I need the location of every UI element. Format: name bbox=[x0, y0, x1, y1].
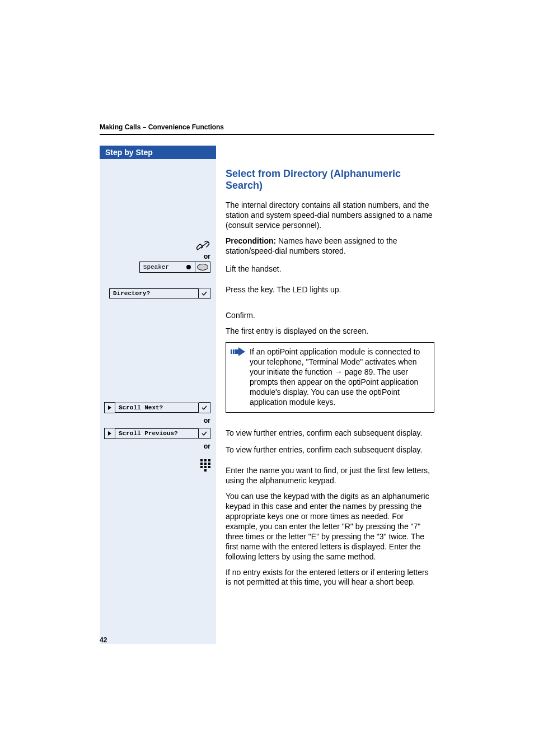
svg-rect-7 bbox=[200, 466, 203, 468]
svg-rect-12 bbox=[233, 349, 235, 354]
svg-rect-6 bbox=[208, 463, 210, 465]
sidebar-title: Step by Step bbox=[105, 148, 153, 157]
nav-next-icon bbox=[104, 402, 115, 413]
view-prev-text: To view further entries, confirm each su… bbox=[226, 445, 434, 455]
directory-prompt: Directory? bbox=[109, 288, 210, 299]
section-title: Making Calls – Convenience Functions bbox=[100, 123, 434, 132]
scroll-next-text: Scroll Next? bbox=[115, 403, 199, 413]
or-label-3: or bbox=[204, 442, 210, 450]
svg-point-0 bbox=[186, 265, 191, 269]
or-label-2: or bbox=[204, 417, 210, 424]
confirm-check-icon-3 bbox=[199, 428, 210, 439]
confirm-check-icon-2 bbox=[199, 402, 210, 413]
note-text: If an optiPoint application module is co… bbox=[250, 347, 420, 407]
sidebar-header: Step by Step bbox=[100, 146, 216, 159]
speaker-key: Speaker bbox=[139, 262, 210, 273]
keypad-icon bbox=[200, 459, 210, 472]
svg-rect-2 bbox=[204, 459, 207, 461]
or-label-1: or bbox=[204, 253, 210, 260]
precondition-paragraph: Precondition: Names have been assigned t… bbox=[226, 236, 434, 256]
heading: Select from Directory (Alphanumeric Sear… bbox=[226, 168, 434, 192]
enter-name-text: Enter the name you want to find, or just… bbox=[226, 466, 434, 486]
svg-rect-5 bbox=[204, 463, 207, 465]
first-entry-text: The first entry is displayed on the scre… bbox=[226, 326, 434, 337]
led-indicator-icon bbox=[186, 264, 195, 270]
confirm-check-icon bbox=[199, 288, 210, 299]
note-arrow-icon bbox=[231, 347, 245, 359]
svg-rect-8 bbox=[204, 466, 207, 468]
handset-icon bbox=[196, 240, 210, 253]
header-rule bbox=[100, 134, 434, 135]
precondition-label: Precondition: bbox=[226, 236, 276, 245]
svg-rect-4 bbox=[200, 463, 203, 465]
svg-rect-11 bbox=[231, 349, 232, 354]
page-header: Making Calls – Convenience Functions bbox=[100, 123, 434, 135]
key-button-icon bbox=[195, 262, 210, 272]
intro-paragraph: The internal directory contains all stat… bbox=[226, 200, 434, 231]
main-content: Select from Directory (Alphanumeric Sear… bbox=[226, 168, 434, 593]
svg-rect-1 bbox=[200, 459, 203, 461]
directory-prompt-text: Directory? bbox=[109, 288, 199, 298]
svg-rect-9 bbox=[208, 466, 210, 468]
lift-handset-text: Lift the handset. bbox=[226, 264, 434, 274]
press-key-text: Press the key. The LED lights up. bbox=[226, 285, 434, 295]
view-next-text: To view further entries, confirm each su… bbox=[226, 428, 434, 438]
page-number: 42 bbox=[100, 636, 107, 644]
svg-rect-10 bbox=[204, 469, 207, 472]
no-entry-text: If no entry exists for the entered lette… bbox=[226, 568, 434, 588]
confirm-text: Confirm. bbox=[226, 311, 434, 321]
page: Making Calls – Convenience Functions Ste… bbox=[0, 0, 534, 756]
note-box: If an optiPoint application module is co… bbox=[226, 342, 434, 412]
keypad-usage-text: You can use the keypad with the digits a… bbox=[226, 492, 434, 562]
scroll-previous-prompt: Scroll Previous? bbox=[104, 428, 210, 439]
nav-prev-icon bbox=[104, 428, 115, 439]
scroll-next-prompt: Scroll Next? bbox=[104, 402, 210, 413]
scroll-previous-text: Scroll Previous? bbox=[115, 428, 199, 438]
svg-rect-3 bbox=[208, 459, 210, 461]
svg-rect-13 bbox=[235, 349, 238, 354]
speaker-key-label: Speaker bbox=[140, 264, 186, 270]
sidebar-body: or Speaker Directory? bbox=[100, 159, 216, 644]
